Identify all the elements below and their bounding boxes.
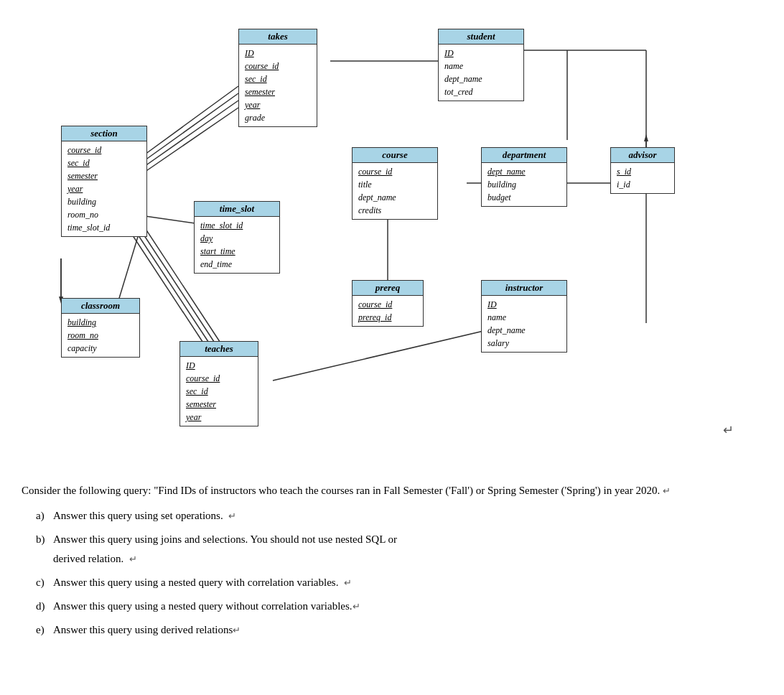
entity-time-slot-body: time_slot_id day start_time end_time (195, 217, 279, 273)
entity-student: student ID name dept_name tot_cred (438, 29, 524, 101)
list-item-b: b) Answer this query using joins and sel… (22, 530, 762, 569)
entity-classroom-body: building room_no capacity (62, 314, 139, 357)
entity-time-slot-header: time_slot (195, 202, 279, 217)
svg-line-4 (140, 93, 238, 164)
return-arrow-d: ↵ (353, 601, 360, 612)
entity-section-header: section (62, 126, 146, 141)
entity-time-slot: time_slot time_slot_id day start_time en… (194, 201, 280, 274)
label-d: d) (36, 597, 53, 616)
text-e: Answer this query using derived relation… (53, 620, 241, 640)
entity-section: section course_id sec_id semester year b… (61, 126, 147, 237)
entity-course-header: course (353, 148, 437, 163)
return-arrow-b: ↵ (129, 554, 137, 564)
entity-student-body: ID name dept_name tot_cred (439, 45, 523, 101)
entity-classroom-header: classroom (62, 299, 139, 314)
entity-prereq: prereq course_id prereq_id (352, 280, 424, 327)
return-arrow-a: ↵ (228, 510, 236, 521)
entity-instructor-body: ID name dept_name salary (482, 296, 566, 352)
entity-classroom: classroom building room_no capacity (61, 298, 140, 358)
entity-section-body: course_id sec_id semester year building … (62, 141, 146, 236)
text-d: Answer this query using a nested query w… (53, 597, 360, 616)
entity-department-header: department (482, 148, 566, 163)
label-a: a) (36, 506, 53, 526)
label-e: e) (36, 620, 53, 640)
entity-student-header: student (439, 29, 523, 45)
entity-instructor-header: instructor (482, 281, 566, 296)
svg-line-5 (140, 101, 238, 169)
svg-line-6 (140, 108, 238, 175)
return-arrow-1: ↵ (663, 485, 671, 496)
text-content: Consider the following query: "Find IDs … (22, 474, 762, 651)
svg-line-2 (140, 86, 238, 158)
entity-advisor: advisor s_id i_id (610, 147, 675, 194)
entity-advisor-header: advisor (611, 148, 674, 163)
text-c: Answer this query using a nested query w… (53, 573, 352, 592)
entity-prereq-body: course_id prereq_id (353, 296, 423, 326)
svg-marker-30 (644, 134, 648, 141)
er-lines (22, 14, 762, 460)
entity-teaches-body: ID course_id sec_id semester year (180, 357, 258, 426)
return-arrow-c: ↵ (344, 577, 352, 588)
entity-course-body: course_id title dept_name credits (353, 163, 437, 219)
er-diagram: takes ID course_id sec_id semester year … (22, 14, 762, 460)
return-arrow-e: ↵ (233, 625, 241, 635)
return-arrow: ↵ (723, 422, 734, 438)
svg-line-16 (273, 323, 517, 381)
list-item-e: e) Answer this query using derived relat… (22, 620, 762, 640)
entity-takes-body: ID course_id sec_id semester year grade (239, 45, 317, 126)
entity-instructor: instructor ID name dept_name salary (481, 280, 567, 353)
entity-advisor-body: s_id i_id (611, 163, 674, 193)
label-b: b) (36, 530, 53, 569)
entity-teaches-header: teaches (180, 342, 258, 357)
text-b: Answer this query using joins and select… (53, 530, 397, 569)
entity-prereq-header: prereq (353, 281, 423, 296)
list-item-c: c) Answer this query using a nested quer… (22, 573, 762, 592)
label-c: c) (36, 573, 53, 592)
list-item-a: a) Answer this query using set operation… (22, 506, 762, 526)
entity-takes: takes ID course_id sec_id semester year … (238, 29, 317, 127)
entity-teaches: teaches ID course_id sec_id semester yea… (179, 341, 258, 426)
entity-takes-header: takes (239, 29, 317, 45)
entity-department-body: dept_name building budget (482, 163, 566, 206)
entity-course: course course_id title dept_name credits (352, 147, 438, 220)
text-a: Answer this query using set operations. … (53, 506, 236, 526)
list-item-d: d) Answer this query using a nested quer… (22, 597, 762, 616)
entity-department: department dept_name building budget (481, 147, 567, 207)
intro-text: Consider the following query: "Find IDs … (22, 481, 762, 500)
